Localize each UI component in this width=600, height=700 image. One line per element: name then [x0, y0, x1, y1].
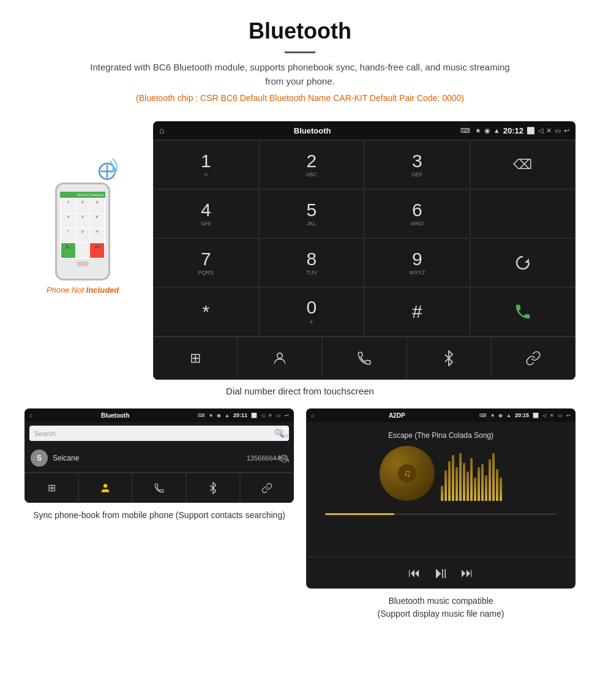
eq-bar-12 — [481, 464, 484, 501]
eq-bar-10 — [474, 478, 476, 501]
pb-search-bar: Search 🔍 — [29, 426, 289, 441]
mu-progress-bg — [325, 513, 557, 515]
dial-key-0[interactable]: 0 + — [259, 287, 365, 336]
dial-key-hash[interactable]: # — [364, 287, 470, 336]
pb-cam-icon: ⬜ — [251, 413, 257, 418]
pb-bottom-call[interactable] — [132, 473, 186, 503]
bottom-link-icon[interactable] — [491, 337, 576, 380]
pb-back-icon[interactable]: ↩ — [285, 413, 289, 418]
pb-home-icon[interactable]: ⌂ — [29, 412, 32, 418]
bottom-contacts-icon[interactable] — [238, 337, 322, 380]
eq-bar-5 — [456, 467, 458, 501]
mu-home-icon[interactable]: ⌂ — [311, 412, 314, 418]
mu-album-inner: ♫ — [398, 464, 416, 483]
pb-search-placeholder: Search — [34, 430, 274, 437]
home-icon[interactable]: ⌂ — [159, 126, 164, 135]
phone-dial-void — [76, 243, 90, 258]
dialpad: 1 ∞ 2 ABC 3 DEF ⌫ 4 GHI 5 JKL — [153, 140, 576, 336]
eq-bar-6 — [459, 453, 462, 501]
mu-win: ▭ — [558, 413, 563, 418]
dial-key-2[interactable]: 2 ABC — [259, 140, 365, 189]
header-divider — [285, 51, 315, 53]
phone-aside: ⨁ Add to Contacts 1 2 3 4 5 6 — [24, 121, 141, 295]
pb-bottom-user[interactable] — [78, 473, 132, 503]
phonebook-caption-text: Sync phone-book from mobile phone (Suppo… — [33, 510, 285, 520]
eq-bar-9 — [470, 458, 473, 501]
mu-wifi: ▲ — [506, 413, 511, 418]
mu-bt-music-icon: ♫ — [403, 468, 411, 479]
music-screen-block: ⌂ A2DP ⌨ ★ ◉ ▲ 20:15 ⬜ ◁ ✕ ▭ ↩ Escape (T… — [306, 408, 576, 620]
svg-text:⨁: ⨁ — [98, 160, 116, 180]
dial-key-6[interactable]: 6 MNO — [364, 189, 470, 238]
dial-caption: Dial number direct from touchscreen — [0, 386, 600, 396]
dial-key-5[interactable]: 5 JKL — [259, 189, 365, 238]
mu-song-title: Escape (The Pina Colada Song) — [388, 431, 493, 440]
svg-point-2 — [277, 353, 283, 358]
camera-icon[interactable]: ⬜ — [527, 127, 535, 135]
mu-statusbar: ⌂ A2DP ⌨ ★ ◉ ▲ 20:15 ⬜ ◁ ✕ ▭ ↩ — [306, 408, 576, 422]
pb-statusbar: ⌂ Bluetooth ⌨ ★ ◉ ▲ 20:11 ⬜ ◁ ✕ ▭ ↩ — [24, 408, 294, 422]
phone-dial-8: 0 — [76, 228, 90, 243]
phone-dial-2: 2 — [76, 199, 90, 213]
wifi-icon: ▲ — [493, 127, 500, 134]
dial-key-4[interactable]: 4 GHI — [153, 189, 259, 238]
back-icon[interactable]: ↩ — [564, 127, 569, 135]
header-specs: (Bluetooth chip : CSR BC6 Default Blueto… — [12, 93, 588, 103]
dial-key-redial[interactable] — [470, 238, 576, 287]
mu-prev-icon[interactable]: ⏮ — [408, 566, 421, 580]
phone-body: Add to Contacts 1 2 3 4 5 6 * 0 # 📞 📵 — [55, 183, 110, 280]
dial-key-star[interactable]: * — [153, 287, 259, 336]
pb-loc-icon: ◉ — [217, 413, 221, 418]
eq-bar-14 — [489, 459, 491, 501]
status-time: 20:12 — [503, 126, 523, 135]
mu-back[interactable]: ↩ — [566, 413, 571, 418]
mu-controls: ⏮ ⏯ ⏭ — [306, 557, 576, 589]
phone-dial-1: 1 — [61, 199, 75, 213]
eq-bar-15 — [492, 453, 495, 501]
bottom-screens: ⌂ Bluetooth ⌨ ★ ◉ ▲ 20:11 ⬜ ◁ ✕ ▭ ↩ Sear… — [0, 408, 600, 620]
volume-icon[interactable]: ◁ — [538, 127, 543, 135]
pb-bottom-link[interactable] — [240, 473, 294, 503]
pb-contact-row[interactable]: S Seicane 13566664466 — [24, 445, 294, 472]
bottom-bluetooth-icon[interactable] — [407, 337, 491, 380]
pb-vol-icon: ◁ — [261, 413, 264, 418]
car-unit-display: ⌂ Bluetooth ⌨ ★ ◉ ▲ 20:12 ⬜ ◁ ✕ ▭ ↩ 1 ∞ — [153, 121, 576, 380]
bottom-call-icon[interactable] — [322, 337, 407, 380]
mu-cam: ⬜ — [533, 413, 539, 418]
dial-key-backspace[interactable]: ⌫ — [470, 140, 576, 189]
call-icon — [514, 303, 532, 321]
phone-image: ⨁ Add to Contacts 1 2 3 4 5 6 — [43, 146, 122, 280]
dialpad-bottom-row: ⊞ — [153, 336, 576, 380]
dial-key-3[interactable]: 3 DEF — [364, 140, 470, 189]
mu-next-icon[interactable]: ⏭ — [461, 566, 473, 580]
mu-x: ✕ — [550, 413, 554, 418]
pb-sidebar-refresh-icon[interactable] — [279, 454, 289, 465]
window-icon[interactable]: ▭ — [555, 127, 561, 135]
dial-key-1[interactable]: 1 ∞ — [153, 140, 259, 189]
dial-key-call[interactable] — [470, 287, 576, 336]
mu-progress-fill — [325, 513, 394, 515]
status-right-icons: ★ ◉ ▲ 20:12 ⬜ ◁ ✕ ▭ ↩ — [475, 126, 569, 135]
bluetooth-icon — [442, 350, 456, 366]
music-caption: Bluetooth music compatible(Support displ… — [378, 595, 504, 620]
eq-bar-2 — [444, 470, 447, 501]
eq-bar-17 — [500, 478, 502, 501]
pb-sidebar-call-icon[interactable] — [279, 429, 289, 440]
pb-bt-icon — [208, 482, 218, 494]
dial-key-8[interactable]: 8 TUV — [259, 238, 365, 287]
pb-usb-icon: ⌨ — [198, 413, 205, 418]
pb-bottom-bt[interactable] — [186, 473, 240, 503]
dial-key-7[interactable]: 7 PQRS — [153, 238, 259, 287]
dial-key-9[interactable]: 9 WXYZ — [364, 238, 470, 287]
contacts-icon — [272, 350, 288, 366]
mu-time: 20:15 — [515, 412, 529, 418]
included-text: Included — [86, 285, 119, 295]
mu-play-icon[interactable]: ⏯ — [433, 563, 449, 582]
page-title: Bluetooth — [12, 18, 588, 44]
phone-home-button — [77, 262, 89, 266]
close-icon[interactable]: ✕ — [546, 127, 552, 135]
bottom-grid-icon[interactable]: ⊞ — [153, 337, 238, 380]
phone-dial-grid: 1 2 3 4 5 6 * 0 # 📞 📵 — [60, 198, 105, 259]
pb-bottom-grid[interactable]: ⊞ — [24, 473, 78, 503]
location-icon: ◉ — [484, 127, 490, 135]
